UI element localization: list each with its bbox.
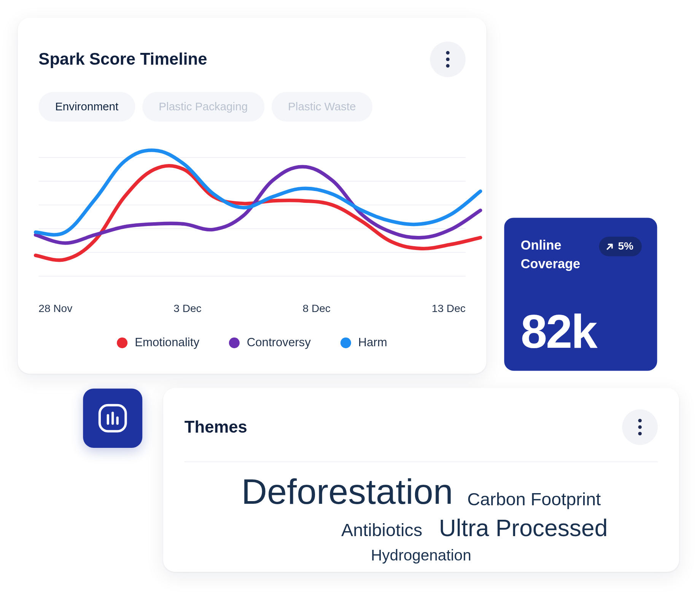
timeline-tabs: Environment Plastic Packaging Plastic Wa… (18, 77, 487, 122)
coverage-label: Online Coverage (521, 237, 580, 273)
coverage-value: 82k (521, 308, 642, 355)
legend-dot-icon (229, 337, 240, 348)
divider (185, 462, 658, 462)
coverage-trend-badge: 5% (599, 237, 642, 256)
timeline-chart-svg (18, 134, 487, 294)
timeline-title: Spark Score Timeline (38, 50, 207, 69)
legend-label: Controversy (247, 336, 311, 349)
legend-label: Harm (358, 336, 387, 349)
themes-title: Themes (185, 418, 247, 437)
x-tick: 3 Dec (173, 302, 201, 315)
legend-harm: Harm (340, 336, 387, 349)
theme-word: Antibiotics (341, 520, 422, 541)
trend-value: 5% (618, 240, 633, 253)
timeline-more-button[interactable] (430, 41, 466, 77)
themes-more-button[interactable] (622, 409, 658, 445)
legend-dot-icon (340, 337, 351, 348)
x-tick: 28 Nov (38, 302, 72, 315)
tab-plastic-waste[interactable]: Plastic Waste (271, 92, 372, 122)
timeline-legend: Emotionality Controversy Harm (18, 336, 487, 349)
spark-score-timeline-card: Spark Score Timeline Environment Plastic… (18, 18, 487, 374)
x-tick: 13 Dec (432, 302, 466, 315)
timeline-x-axis: 28 Nov 3 Dec 8 Dec 13 Dec (18, 294, 487, 315)
legend-emotionality: Emotionality (117, 336, 199, 349)
tab-environment[interactable]: Environment (38, 92, 135, 122)
legend-dot-icon (117, 337, 127, 348)
theme-word: Carbon Footprint (467, 489, 601, 510)
themes-card: Themes Deforestation Carbon Footprint An… (163, 388, 679, 572)
app-logo-badge (83, 388, 142, 448)
online-coverage-card: Online Coverage 5% 82k (504, 218, 657, 371)
more-dots-icon (446, 51, 449, 54)
bar-chart-icon (94, 400, 131, 437)
theme-word: Deforestation (242, 473, 453, 510)
themes-wordcloud: Deforestation Carbon Footprint Antibioti… (185, 473, 658, 574)
more-dots-icon (638, 419, 641, 422)
legend-label: Emotionality (135, 336, 199, 349)
legend-controversy: Controversy (229, 336, 311, 349)
theme-word: Ultra Processed (439, 514, 608, 542)
arrow-up-right-icon (605, 242, 614, 251)
tab-plastic-packaging[interactable]: Plastic Packaging (142, 92, 264, 122)
timeline-chart (18, 134, 487, 294)
x-tick: 8 Dec (303, 302, 331, 315)
theme-word: Hydrogenation (371, 544, 471, 566)
